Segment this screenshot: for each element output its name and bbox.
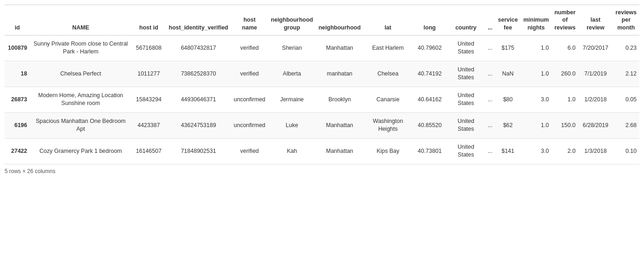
table-cell: Manhattan: [316, 138, 363, 164]
table-cell: 100879: [5, 35, 30, 61]
table-cell: Luke: [268, 112, 316, 138]
table-cell: 18: [5, 61, 30, 87]
table-row: 27422Cozy Gramercy Park 1 bedroom1614650…: [5, 138, 639, 164]
table-cell: 1/2/2018: [578, 87, 613, 112]
table-cell: 40.74192: [413, 61, 447, 87]
table-cell: United States: [447, 112, 485, 138]
table-cell: $62: [495, 112, 521, 138]
table-cell: Washington Heights: [363, 112, 412, 138]
table-cell: Modern Home, Amazing Location Sunshine r…: [30, 87, 132, 112]
col-header-service-fee[interactable]: servicefee: [495, 5, 521, 35]
table-cell: Kips Bay: [363, 138, 412, 164]
table-cell: 26873: [5, 87, 30, 112]
table-cell: ...: [485, 112, 495, 138]
table-footer: 5 rows × 26 columns: [5, 168, 639, 174]
col-header-name[interactable]: NAME: [30, 5, 132, 35]
col-header-host-identity-verified[interactable]: host_identity_verified: [166, 5, 231, 35]
table-cell: 260.0: [552, 61, 578, 87]
table-cell: 6.0: [552, 35, 578, 61]
table-cell: East Harlem: [363, 35, 412, 61]
table-cell: $175: [495, 35, 521, 61]
col-header-ellipsis[interactable]: ...: [485, 5, 495, 35]
table-cell: $141: [495, 138, 521, 164]
table-cell: United States: [447, 35, 485, 61]
table-cell: NaN: [495, 61, 521, 87]
table-cell: verified: [231, 35, 268, 61]
table-cell: 3.0: [521, 138, 552, 164]
col-header-long[interactable]: long: [413, 5, 447, 35]
table-cell: Canarsie: [363, 87, 412, 112]
table-cell: 44930646371: [166, 87, 231, 112]
col-header-host-id[interactable]: host id: [132, 5, 166, 35]
table-cell: Spacious Manhattan One Bedroom Apt: [30, 112, 132, 138]
table-cell: 6/28/2019: [578, 112, 613, 138]
table-cell: unconfirmed: [231, 112, 268, 138]
table-cell: verified: [231, 61, 268, 87]
table-cell: 2.0: [552, 138, 578, 164]
table-cell: Chelsea: [363, 61, 412, 87]
table-cell: Sunny Private Room close to Central Park…: [30, 35, 132, 61]
table-cell: Chelsea Perfect: [30, 61, 132, 87]
table-header-row: id NAME host id host_identity_verified h…: [5, 5, 639, 35]
table-cell: Sherian: [268, 35, 316, 61]
table-cell: 16146507: [132, 138, 166, 164]
table-cell: 1.0: [521, 35, 552, 61]
col-header-country[interactable]: country: [447, 5, 485, 35]
col-header-neighbourhood-group[interactable]: neighbourhoodgroup: [268, 5, 316, 35]
table-cell: 0.05: [613, 87, 639, 112]
table-cell: 4423387: [132, 112, 166, 138]
table-cell: Cozy Gramercy Park 1 bedroom: [30, 138, 132, 164]
table-row: 26873Modern Home, Amazing Location Sunsh…: [5, 87, 639, 112]
table-cell: 0.23: [613, 35, 639, 61]
col-header-number-reviews[interactable]: numberofreviews: [552, 5, 578, 35]
col-header-neighbourhood[interactable]: neighbourhood: [316, 5, 363, 35]
table-cell: ...: [485, 138, 495, 164]
table-cell: 15843294: [132, 87, 166, 112]
table-cell: Kah: [268, 138, 316, 164]
table-cell: verified: [231, 138, 268, 164]
table-cell: manhatan: [316, 61, 363, 87]
table-cell: United States: [447, 87, 485, 112]
table-cell: 6196: [5, 112, 30, 138]
table-cell: Alberta: [268, 61, 316, 87]
table-cell: 71848902531: [166, 138, 231, 164]
table-cell: 56716808: [132, 35, 166, 61]
table-cell: ...: [485, 61, 495, 87]
col-header-host-name[interactable]: hostname: [231, 5, 268, 35]
table-cell: United States: [447, 61, 485, 87]
table-cell: 2.68: [613, 112, 639, 138]
table-cell: 40.73801: [413, 138, 447, 164]
table-cell: 1.0: [521, 112, 552, 138]
table-cell: 7/1/2019: [578, 61, 613, 87]
table-cell: 7/20/2017: [578, 35, 613, 61]
col-header-minimum-nights[interactable]: minimumnights: [521, 5, 552, 35]
table-cell: 64807432817: [166, 35, 231, 61]
table-cell: Brooklyn: [316, 87, 363, 112]
table-cell: 150.0: [552, 112, 578, 138]
table-cell: 43624753189: [166, 112, 231, 138]
table-row: 100879Sunny Private Room close to Centra…: [5, 35, 639, 61]
table-cell: Manhattan: [316, 112, 363, 138]
col-header-id[interactable]: id: [5, 5, 30, 35]
col-header-last-review[interactable]: lastreview: [578, 5, 613, 35]
table-cell: ...: [485, 35, 495, 61]
table-cell: ...: [485, 87, 495, 112]
table-row: 6196Spacious Manhattan One Bedroom Apt44…: [5, 112, 639, 138]
table-cell: 2.12: [613, 61, 639, 87]
table-cell: 27422: [5, 138, 30, 164]
data-table: id NAME host id host_identity_verified h…: [5, 5, 639, 164]
table-cell: unconfirmed: [231, 87, 268, 112]
table-cell: 1/3/2018: [578, 138, 613, 164]
table-cell: 1.0: [521, 61, 552, 87]
data-table-container: id NAME host id host_identity_verified h…: [5, 5, 639, 164]
table-cell: 73862528370: [166, 61, 231, 87]
table-cell: 40.85520: [413, 112, 447, 138]
table-cell: 3.0: [521, 87, 552, 112]
table-cell: 1011277: [132, 61, 166, 87]
table-cell: 40.64162: [413, 87, 447, 112]
table-cell: Jermaine: [268, 87, 316, 112]
col-header-reviews-per-month[interactable]: reviewspermonth: [613, 5, 639, 35]
table-cell: 40.79602: [413, 35, 447, 61]
col-header-lat[interactable]: lat: [363, 5, 412, 35]
table-cell: 1.0: [552, 87, 578, 112]
